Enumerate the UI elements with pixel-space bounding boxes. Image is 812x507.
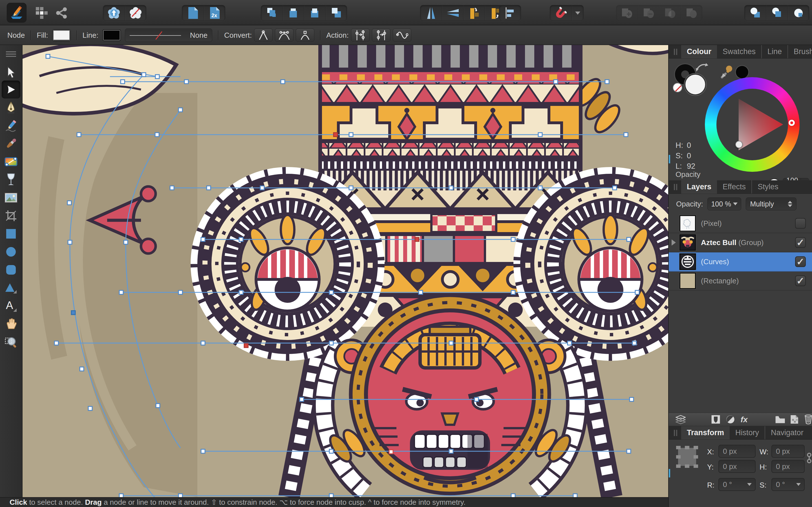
boolean-divide-button[interactable] xyxy=(680,5,702,20)
flip-horizontal-button[interactable] xyxy=(420,5,442,20)
selection-node-red-hollow[interactable] xyxy=(389,450,393,454)
fill-colour-well[interactable] xyxy=(684,74,706,95)
no-colour-well[interactable] xyxy=(673,83,682,93)
tab-history[interactable]: History xyxy=(730,426,765,439)
selection-node-active[interactable] xyxy=(71,311,75,315)
canvas[interactable] xyxy=(22,45,668,497)
action-reverse-curve-button[interactable] xyxy=(393,29,411,42)
pencil-tool[interactable] xyxy=(3,118,19,133)
picked-colour-well[interactable] xyxy=(736,66,748,78)
stroke-style-button[interactable]: None xyxy=(125,29,212,42)
tab-effects[interactable]: Effects xyxy=(717,180,751,193)
fill-swatch[interactable] xyxy=(52,29,71,41)
panel-grip[interactable] xyxy=(669,426,681,439)
layer-visibility-checkbox[interactable]: ✓ xyxy=(795,276,806,286)
colour-wheel[interactable] xyxy=(705,77,800,172)
pen-tool[interactable] xyxy=(3,100,19,115)
snapping-dropdown[interactable] xyxy=(571,5,583,20)
brush-tool[interactable] xyxy=(3,136,19,152)
anchor-point-selector[interactable] xyxy=(676,446,698,468)
layer-row-pixel[interactable]: (Pixel) xyxy=(669,214,812,233)
r-field[interactable]: 0 ° xyxy=(718,478,756,491)
tab-styles[interactable]: Styles xyxy=(751,180,784,193)
layer-thumbnail[interactable] xyxy=(679,215,696,231)
transparency-tool[interactable] xyxy=(3,172,19,187)
insert-inside-button[interactable] xyxy=(788,5,809,20)
layer-thumbnail[interactable] xyxy=(679,253,696,270)
move-to-back-button[interactable] xyxy=(261,5,283,20)
w-field[interactable]: 0 px xyxy=(771,445,805,458)
s-field[interactable]: 0 ° xyxy=(771,478,805,491)
tab-line[interactable]: Line xyxy=(761,45,788,58)
boolean-subtract-button[interactable] xyxy=(638,5,659,20)
layer-thumbnail[interactable] xyxy=(679,234,696,251)
boolean-add-button[interactable] xyxy=(616,5,638,20)
layer-row-rectangle[interactable]: (Rectangle) ✓ xyxy=(669,272,812,291)
app-icon[interactable] xyxy=(7,3,27,22)
layer-visibility-checkbox[interactable]: ✓ xyxy=(795,256,806,267)
alignment-button[interactable] xyxy=(499,5,521,20)
zoom-tool[interactable] xyxy=(3,334,19,350)
ellipse-tool[interactable] xyxy=(3,244,19,260)
vector-crop-tool[interactable] xyxy=(3,208,19,224)
layer-stack-icon[interactable] xyxy=(675,414,686,425)
layer-visibility-checkbox[interactable]: ✓ xyxy=(795,237,806,248)
tab-colour[interactable]: Colour xyxy=(681,45,717,58)
layer-row-aztec-bull[interactable]: Aztec Bull (Group) ✓ xyxy=(669,233,812,252)
insert-behind-button[interactable] xyxy=(745,5,766,20)
line-swatch[interactable] xyxy=(102,29,121,41)
text-tool[interactable]: A xyxy=(3,298,19,314)
new-layer-icon[interactable] xyxy=(790,414,799,425)
convert-smart-button[interactable] xyxy=(296,29,314,42)
action-break-curve-button[interactable] xyxy=(351,29,370,42)
view-tool[interactable] xyxy=(3,316,19,332)
link-dimensions-icon[interactable] xyxy=(807,453,811,465)
mask-layer-icon[interactable] xyxy=(711,414,720,425)
h-field[interactable]: 0 px xyxy=(771,460,805,473)
hue-selector[interactable] xyxy=(789,120,795,126)
blend-mode-dropdown[interactable]: Multiply xyxy=(746,198,797,210)
eyedropper-icon[interactable] xyxy=(719,65,733,79)
x-field[interactable]: 0 px xyxy=(718,445,756,458)
fill-gradient-tool[interactable] xyxy=(3,154,19,170)
designer-persona-button[interactable] xyxy=(103,5,124,20)
convert-sharp-button[interactable] xyxy=(254,29,273,42)
slice-page-button[interactable] xyxy=(182,5,204,20)
rectangle-tool[interactable] xyxy=(3,226,19,242)
panel-grip[interactable] xyxy=(669,45,681,58)
node-tool[interactable] xyxy=(2,80,20,99)
tools-menu-grip[interactable] xyxy=(3,46,19,62)
adjustment-layer-icon[interactable] xyxy=(726,414,735,425)
back-one-button[interactable] xyxy=(283,5,304,20)
expand-arrow-icon[interactable] xyxy=(669,239,678,245)
share-button[interactable] xyxy=(51,5,71,21)
rotate-ccw-button[interactable] xyxy=(463,5,485,20)
insert-on-top-button[interactable] xyxy=(766,5,788,20)
place-image-tool[interactable] xyxy=(3,190,19,206)
convert-smooth-button[interactable] xyxy=(275,29,294,42)
pixel-persona-button[interactable] xyxy=(124,5,146,20)
tab-navigator[interactable]: Navigator xyxy=(765,426,809,439)
tab-brushes[interactable]: Brushes xyxy=(788,45,812,58)
tab-transform[interactable]: Transform xyxy=(681,426,730,439)
flip-vertical-button[interactable] xyxy=(442,5,463,20)
shape-tool[interactable] xyxy=(3,280,19,296)
new-group-folder-icon[interactable] xyxy=(775,414,785,425)
layer-visibility-checkbox[interactable] xyxy=(795,218,806,229)
snapping-button[interactable] xyxy=(550,5,571,20)
y-field[interactable]: 0 px xyxy=(718,460,756,473)
layer-opacity-dropdown[interactable]: 100 % xyxy=(707,198,741,210)
action-close-curve-button[interactable] xyxy=(372,29,391,42)
grid-snap-button[interactable] xyxy=(32,5,52,21)
tab-layers[interactable]: Layers xyxy=(681,180,717,193)
panel-grip[interactable] xyxy=(669,180,681,193)
move-to-front-button[interactable] xyxy=(325,5,347,20)
boolean-intersect-button[interactable] xyxy=(659,5,680,20)
rounded-rectangle-tool[interactable] xyxy=(3,262,19,278)
swap-colours-icon[interactable] xyxy=(695,62,708,73)
slice-2x-button[interactable]: 2x xyxy=(204,5,225,20)
layer-thumbnail[interactable] xyxy=(679,273,696,289)
saturation-lightness-selector[interactable] xyxy=(735,141,743,148)
tab-swatches[interactable]: Swatches xyxy=(717,45,761,58)
layer-row-curves[interactable]: (Curves) ✓ xyxy=(669,252,812,272)
